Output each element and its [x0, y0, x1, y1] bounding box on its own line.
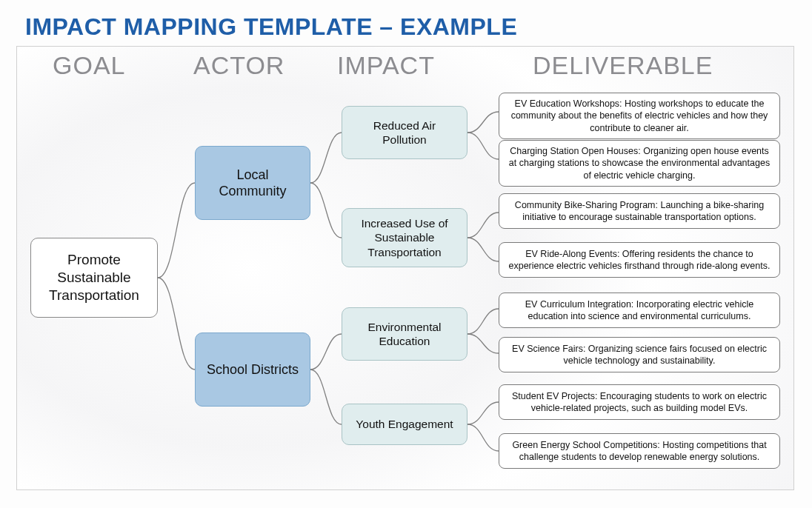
deliverable-node: Community Bike-Sharing Program: Launchin… [499, 193, 780, 229]
impact-node-sustainable-transport: Increased Use of Sustainable Transportat… [342, 208, 467, 267]
impact-node-youth-engagement: Youth Engagement [342, 404, 467, 445]
actor-node-local-community: Local Community [195, 146, 310, 220]
deliverable-node: EV Education Workshops: Hosting workshop… [499, 93, 780, 139]
diagram-canvas: GOAL ACTOR IMPACT DELIVERABLE Promote Su… [16, 46, 794, 490]
deliverable-node: Green Energy School Competitions: Hostin… [499, 433, 780, 469]
deliverable-node: EV Ride-Along Events: Offering residents… [499, 242, 780, 278]
deliverable-node: Charging Station Open Houses: Organizing… [499, 140, 780, 187]
actor-node-school-districts: School Districts [195, 332, 310, 407]
header-deliverable: DELIVERABLE [533, 51, 713, 80]
header-actor: ACTOR [193, 51, 284, 80]
header-impact: IMPACT [337, 51, 435, 80]
deliverable-node: EV Curriculum Integration: Incorporating… [499, 293, 780, 328]
header-goal: GOAL [53, 51, 125, 80]
impact-node-reduced-air-pollution: Reduced Air Pollution [342, 106, 467, 159]
page-title: IMPACT MAPPING TEMPLATE – EXAMPLE [0, 0, 812, 47]
deliverable-node: EV Science Fairs: Organizing science fai… [499, 337, 780, 372]
deliverable-node: Student EV Projects: Encouraging student… [499, 384, 780, 420]
impact-node-environmental-education: Environmental Education [342, 307, 467, 361]
goal-node: Promote Sustainable Transportation [30, 238, 158, 318]
